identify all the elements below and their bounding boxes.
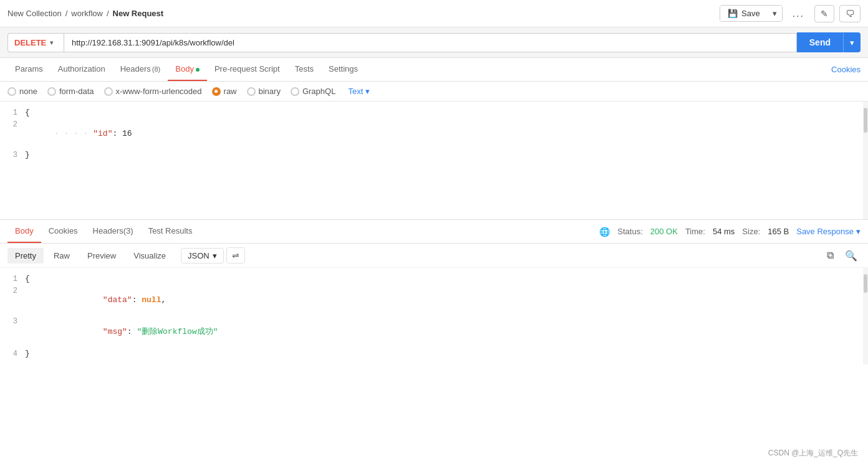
radio-urlencoded-dot bbox=[104, 87, 113, 96]
resp-code-line-1: 1 { bbox=[0, 273, 868, 285]
footer-text: CSDN @上海_运维_Q先生 bbox=[768, 449, 858, 457]
resp-tab-test-results[interactable]: Test Results bbox=[141, 220, 200, 243]
url-input[interactable] bbox=[64, 33, 797, 52]
size-value: 165 B bbox=[768, 227, 789, 236]
tab-authorization[interactable]: Authorization bbox=[51, 58, 113, 81]
tab-pre-request[interactable]: Pre-request Script bbox=[207, 58, 287, 81]
save-icon: 💾 bbox=[728, 9, 738, 18]
response-meta: 🌐 Status: 200 OK Time: 54 ms Size: 165 B… bbox=[599, 227, 861, 237]
request-tabs-left: Params Authorization Headers(8) Body Pre… bbox=[7, 58, 365, 81]
send-button-group: Send ▾ bbox=[797, 32, 861, 52]
send-dropdown-button[interactable]: ▾ bbox=[843, 33, 861, 52]
save-response-chevron: ▾ bbox=[856, 227, 861, 236]
tab-settings[interactable]: Settings bbox=[321, 58, 365, 81]
sep1: / bbox=[65, 9, 68, 18]
copy-button[interactable]: ⧉ bbox=[824, 248, 837, 263]
response-tabs-left: Body Cookies Headers(3) Test Results bbox=[7, 220, 200, 243]
response-scrollbar-thumb bbox=[864, 274, 867, 293]
response-toolbar-left: Pretty Raw Preview Visualize JSON ▾ ⇌ bbox=[7, 247, 245, 264]
search-button[interactable]: 🔍 bbox=[842, 248, 861, 264]
save-button-group: 💾 Save ▾ bbox=[720, 5, 783, 22]
save-dropdown-button[interactable]: ▾ bbox=[768, 6, 782, 21]
url-bar: DELETE ▾ Send ▾ bbox=[0, 27, 868, 58]
code-line-2: 2 · · · · "id": 16 bbox=[0, 118, 868, 149]
collection-link[interactable]: New Collection bbox=[7, 9, 62, 18]
view-visualize-button[interactable]: Visualize bbox=[126, 248, 173, 264]
resp-code-line-4: 4 } bbox=[0, 348, 868, 359]
response-toolbar: Pretty Raw Preview Visualize JSON ▾ ⇌ ⧉ … bbox=[0, 244, 868, 268]
breadcrumb: New Collection / workflow / New Request bbox=[7, 9, 163, 18]
view-pretty-button[interactable]: Pretty bbox=[7, 248, 44, 264]
status-value: 200 OK bbox=[650, 227, 678, 236]
sep2: / bbox=[107, 9, 109, 18]
wrap-button[interactable]: ⇌ bbox=[226, 247, 245, 264]
footer: CSDN @上海_运维_Q先生 bbox=[758, 445, 868, 461]
time-value: 54 ms bbox=[713, 227, 735, 236]
response-toolbar-right: ⧉ 🔍 bbox=[824, 248, 861, 264]
resp-code-line-2: 2 "data": null, bbox=[0, 285, 868, 315]
format-chevron: ▾ bbox=[213, 251, 217, 260]
copy-icon: ⧉ bbox=[827, 250, 834, 260]
view-raw-button[interactable]: Raw bbox=[46, 248, 77, 264]
resp-tab-body[interactable]: Body bbox=[7, 220, 41, 243]
save-button[interactable]: 💾 Save bbox=[720, 6, 768, 21]
resp-tab-headers[interactable]: Headers(3) bbox=[85, 220, 141, 243]
request-scrollbar[interactable] bbox=[863, 102, 868, 219]
search-icon: 🔍 bbox=[845, 250, 857, 261]
response-tabs: Body Cookies Headers(3) Test Results 🌐 S… bbox=[0, 220, 868, 244]
body-active-dot bbox=[196, 68, 200, 72]
request-scrollbar-thumb bbox=[864, 108, 867, 133]
radio-none-dot bbox=[7, 87, 16, 96]
radio-raw-dot bbox=[212, 87, 221, 96]
code-line-1: 1 { bbox=[0, 107, 868, 118]
more-button[interactable]: ... bbox=[788, 5, 809, 22]
send-button[interactable]: Send bbox=[797, 32, 843, 52]
comment-button[interactable]: 🗨 bbox=[839, 5, 861, 22]
comment-icon: 🗨 bbox=[846, 9, 854, 19]
radio-binary-dot bbox=[247, 87, 256, 96]
resp-tab-cookies[interactable]: Cookies bbox=[41, 220, 85, 243]
save-response-button[interactable]: Save Response ▾ bbox=[796, 227, 861, 236]
format-select[interactable]: JSON ▾ bbox=[181, 248, 224, 264]
radio-none[interactable]: none bbox=[7, 87, 37, 96]
tab-params[interactable]: Params bbox=[7, 58, 51, 81]
radio-urlencoded[interactable]: x-www-form-urlencoded bbox=[104, 87, 202, 96]
response-scrollbar[interactable] bbox=[863, 268, 868, 364]
top-bar: New Collection / workflow / New Request … bbox=[0, 0, 868, 27]
text-dropdown-chevron: ▾ bbox=[365, 87, 370, 96]
tab-body[interactable]: Body bbox=[168, 58, 207, 81]
radio-raw[interactable]: raw bbox=[212, 87, 237, 96]
method-label: DELETE bbox=[14, 38, 46, 47]
response-body-editor[interactable]: 1 { 2 "data": null, 3 "msg": "删除Workflow… bbox=[0, 268, 868, 364]
edit-button[interactable]: ✎ bbox=[814, 5, 834, 22]
method-select[interactable]: DELETE ▾ bbox=[7, 33, 64, 52]
radio-graphql[interactable]: GraphQL bbox=[291, 87, 335, 96]
cookies-link[interactable]: Cookies bbox=[831, 59, 861, 80]
globe-icon: 🌐 bbox=[599, 227, 610, 237]
radio-form-data[interactable]: form-data bbox=[47, 87, 94, 96]
resp-code-line-3: 3 "msg": "删除Workflow成功" bbox=[0, 315, 868, 348]
tab-tests[interactable]: Tests bbox=[287, 58, 321, 81]
current-request: New Request bbox=[113, 9, 164, 18]
body-type-row: none form-data x-www-form-urlencoded raw… bbox=[0, 82, 868, 102]
tab-headers[interactable]: Headers(8) bbox=[113, 58, 168, 81]
method-chevron: ▾ bbox=[50, 39, 53, 46]
code-line-3: 3 } bbox=[0, 149, 868, 161]
request-tabs: Params Authorization Headers(8) Body Pre… bbox=[0, 58, 868, 82]
edit-icon: ✎ bbox=[821, 9, 828, 19]
response-section: Body Cookies Headers(3) Test Results 🌐 S… bbox=[0, 220, 868, 364]
request-body-editor[interactable]: 1 { 2 · · · · "id": 16 3 } bbox=[0, 102, 868, 220]
radio-binary[interactable]: binary bbox=[247, 87, 281, 96]
text-dropdown[interactable]: Text ▾ bbox=[348, 87, 370, 96]
radio-graphql-dot bbox=[291, 87, 299, 96]
top-actions: 💾 Save ▾ ... ✎ 🗨 bbox=[720, 5, 861, 22]
wrap-icon: ⇌ bbox=[232, 250, 239, 260]
view-preview-button[interactable]: Preview bbox=[80, 248, 123, 264]
radio-form-data-dot bbox=[47, 87, 56, 96]
workflow-link[interactable]: workflow bbox=[71, 9, 103, 18]
